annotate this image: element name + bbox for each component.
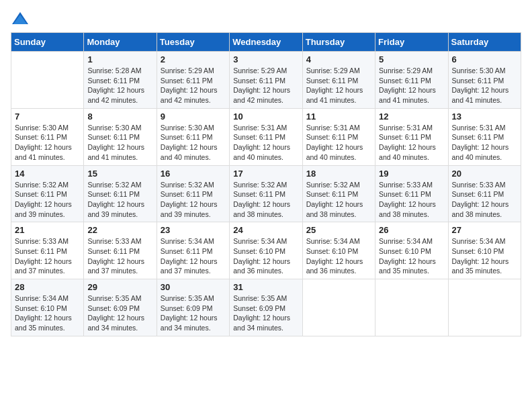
day-info: Sunrise: 5:32 AMSunset: 6:11 PMDaylight:… [161, 180, 226, 220]
day-info: Sunrise: 5:32 AMSunset: 6:11 PMDaylight:… [233, 180, 298, 220]
day-info: Sunrise: 5:35 AMSunset: 6:09 PMDaylight:… [87, 293, 152, 333]
day-info: Sunrise: 5:33 AMSunset: 6:11 PMDaylight:… [452, 180, 517, 220]
day-number: 4 [306, 54, 371, 64]
calendar-cell: 20Sunrise: 5:33 AMSunset: 6:11 PMDayligh… [448, 165, 521, 222]
day-number: 7 [15, 111, 80, 122]
day-info: Sunrise: 5:31 AMSunset: 6:11 PMDaylight:… [233, 123, 298, 163]
calendar-cell: 8Sunrise: 5:30 AMSunset: 6:11 PMDaylight… [84, 108, 157, 165]
day-number: 21 [15, 225, 80, 235]
day-number: 13 [452, 111, 517, 122]
calendar-cell: 25Sunrise: 5:34 AMSunset: 6:10 PMDayligh… [302, 222, 375, 279]
calendar-cell: 29Sunrise: 5:35 AMSunset: 6:09 PMDayligh… [84, 279, 157, 336]
calendar-cell: 30Sunrise: 5:35 AMSunset: 6:09 PMDayligh… [157, 279, 229, 336]
day-info: Sunrise: 5:32 AMSunset: 6:11 PMDaylight:… [15, 180, 80, 220]
calendar-cell: 12Sunrise: 5:31 AMSunset: 6:11 PMDayligh… [375, 108, 448, 165]
day-number: 12 [379, 111, 444, 122]
day-number: 1 [87, 54, 152, 64]
day-info: Sunrise: 5:34 AMSunset: 6:10 PMDaylight:… [15, 293, 80, 333]
day-info: Sunrise: 5:34 AMSunset: 6:11 PMDaylight:… [161, 236, 226, 276]
day-info: Sunrise: 5:34 AMSunset: 6:10 PMDaylight:… [233, 236, 298, 276]
logo-icon [11, 11, 30, 27]
day-number: 28 [15, 282, 80, 292]
day-info: Sunrise: 5:35 AMSunset: 6:09 PMDaylight:… [161, 293, 226, 333]
day-number: 11 [306, 111, 371, 122]
day-info: Sunrise: 5:29 AMSunset: 6:11 PMDaylight:… [306, 66, 371, 105]
calendar-cell: 23Sunrise: 5:34 AMSunset: 6:11 PMDayligh… [157, 222, 229, 279]
calendar-cell: 28Sunrise: 5:34 AMSunset: 6:10 PMDayligh… [11, 279, 84, 336]
day-header-tuesday: Tuesday [157, 33, 229, 52]
page-header [11, 11, 521, 27]
calendar-cell: 1Sunrise: 5:28 AMSunset: 6:11 PMDaylight… [84, 52, 157, 109]
week-row-3: 14Sunrise: 5:32 AMSunset: 6:11 PMDayligh… [11, 165, 521, 222]
calendar-cell: 22Sunrise: 5:33 AMSunset: 6:11 PMDayligh… [84, 222, 157, 279]
week-row-2: 7Sunrise: 5:30 AMSunset: 6:11 PMDaylight… [11, 108, 521, 165]
day-number: 19 [379, 169, 444, 179]
day-info: Sunrise: 5:34 AMSunset: 6:10 PMDaylight:… [452, 236, 517, 276]
calendar-cell: 15Sunrise: 5:32 AMSunset: 6:11 PMDayligh… [84, 165, 157, 222]
day-number: 9 [161, 111, 226, 122]
day-number: 22 [87, 225, 152, 235]
calendar-cell: 10Sunrise: 5:31 AMSunset: 6:11 PMDayligh… [230, 108, 302, 165]
day-info: Sunrise: 5:33 AMSunset: 6:11 PMDaylight:… [15, 236, 80, 276]
day-info: Sunrise: 5:31 AMSunset: 6:11 PMDaylight:… [379, 123, 444, 163]
calendar-table: SundayMondayTuesdayWednesdayThursdayFrid… [11, 32, 521, 336]
day-info: Sunrise: 5:30 AMSunset: 6:11 PMDaylight:… [161, 123, 226, 163]
day-info: Sunrise: 5:31 AMSunset: 6:11 PMDaylight:… [306, 123, 371, 163]
day-number: 16 [161, 169, 226, 179]
days-header-row: SundayMondayTuesdayWednesdayThursdayFrid… [11, 33, 521, 52]
day-number: 27 [452, 225, 517, 235]
calendar-cell: 19Sunrise: 5:33 AMSunset: 6:11 PMDayligh… [375, 165, 448, 222]
day-number: 30 [161, 282, 226, 292]
day-info: Sunrise: 5:34 AMSunset: 6:10 PMDaylight:… [379, 236, 444, 276]
day-number: 8 [87, 111, 152, 122]
calendar-cell [448, 279, 521, 336]
week-row-4: 21Sunrise: 5:33 AMSunset: 6:11 PMDayligh… [11, 222, 521, 279]
calendar-cell: 16Sunrise: 5:32 AMSunset: 6:11 PMDayligh… [157, 165, 229, 222]
day-info: Sunrise: 5:32 AMSunset: 6:11 PMDaylight:… [87, 180, 152, 220]
day-info: Sunrise: 5:29 AMSunset: 6:11 PMDaylight:… [161, 66, 226, 105]
day-info: Sunrise: 5:29 AMSunset: 6:11 PMDaylight:… [379, 66, 444, 105]
calendar-cell: 4Sunrise: 5:29 AMSunset: 6:11 PMDaylight… [302, 52, 375, 109]
calendar-cell: 31Sunrise: 5:35 AMSunset: 6:09 PMDayligh… [230, 279, 302, 336]
calendar-cell: 5Sunrise: 5:29 AMSunset: 6:11 PMDaylight… [375, 52, 448, 109]
day-info: Sunrise: 5:30 AMSunset: 6:11 PMDaylight:… [452, 66, 517, 105]
day-header-thursday: Thursday [302, 33, 375, 52]
calendar-cell: 18Sunrise: 5:32 AMSunset: 6:11 PMDayligh… [302, 165, 375, 222]
day-header-wednesday: Wednesday [230, 33, 302, 52]
day-number: 29 [87, 282, 152, 292]
calendar-cell: 27Sunrise: 5:34 AMSunset: 6:10 PMDayligh… [448, 222, 521, 279]
day-header-saturday: Saturday [448, 33, 521, 52]
day-info: Sunrise: 5:34 AMSunset: 6:10 PMDaylight:… [306, 236, 371, 276]
day-info: Sunrise: 5:29 AMSunset: 6:11 PMDaylight:… [233, 66, 298, 105]
week-row-1: 1Sunrise: 5:28 AMSunset: 6:11 PMDaylight… [11, 52, 521, 109]
day-info: Sunrise: 5:28 AMSunset: 6:11 PMDaylight:… [87, 66, 152, 105]
calendar-cell: 6Sunrise: 5:30 AMSunset: 6:11 PMDaylight… [448, 52, 521, 109]
day-number: 20 [452, 169, 517, 179]
day-number: 23 [161, 225, 226, 235]
calendar-cell: 24Sunrise: 5:34 AMSunset: 6:10 PMDayligh… [230, 222, 302, 279]
calendar-cell: 13Sunrise: 5:31 AMSunset: 6:11 PMDayligh… [448, 108, 521, 165]
day-number: 15 [87, 169, 152, 179]
day-number: 6 [452, 54, 517, 64]
calendar-cell: 26Sunrise: 5:34 AMSunset: 6:10 PMDayligh… [375, 222, 448, 279]
day-number: 2 [161, 54, 226, 64]
day-number: 10 [233, 111, 298, 122]
day-number: 25 [306, 225, 371, 235]
day-info: Sunrise: 5:31 AMSunset: 6:11 PMDaylight:… [452, 123, 517, 163]
day-number: 5 [379, 54, 444, 64]
day-header-monday: Monday [84, 33, 157, 52]
day-number: 26 [379, 225, 444, 235]
day-number: 3 [233, 54, 298, 64]
week-row-5: 28Sunrise: 5:34 AMSunset: 6:10 PMDayligh… [11, 279, 521, 336]
calendar-cell: 14Sunrise: 5:32 AMSunset: 6:11 PMDayligh… [11, 165, 84, 222]
day-info: Sunrise: 5:33 AMSunset: 6:11 PMDaylight:… [379, 180, 444, 220]
day-info: Sunrise: 5:33 AMSunset: 6:11 PMDaylight:… [87, 236, 152, 276]
day-number: 17 [233, 169, 298, 179]
day-info: Sunrise: 5:30 AMSunset: 6:11 PMDaylight:… [87, 123, 152, 163]
day-number: 18 [306, 169, 371, 179]
calendar-cell: 3Sunrise: 5:29 AMSunset: 6:11 PMDaylight… [230, 52, 302, 109]
calendar-cell [375, 279, 448, 336]
calendar-cell: 21Sunrise: 5:33 AMSunset: 6:11 PMDayligh… [11, 222, 84, 279]
day-info: Sunrise: 5:32 AMSunset: 6:11 PMDaylight:… [306, 180, 371, 220]
calendar-cell: 2Sunrise: 5:29 AMSunset: 6:11 PMDaylight… [157, 52, 229, 109]
